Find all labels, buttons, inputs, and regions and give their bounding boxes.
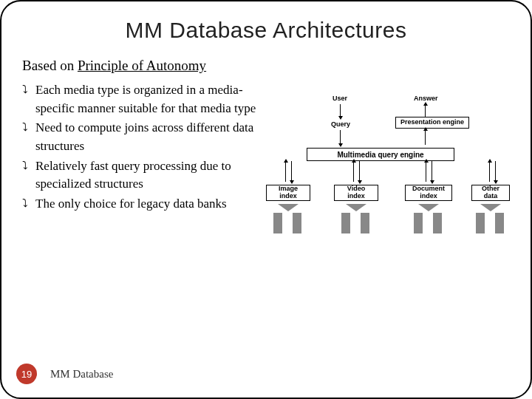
arrow-line (425, 104, 426, 117)
arrow-line (426, 161, 426, 182)
db-rect-icon (361, 213, 369, 233)
bullet-text: Need to compute joins across different d… (35, 119, 262, 155)
diagram-presentation-box: Presentation engine (395, 117, 469, 129)
arrow-head-up-icon (352, 159, 356, 163)
db-triangle-icon (278, 204, 299, 211)
subtitle-underlined: Principle of Autonomy (78, 58, 206, 73)
db-triangle-icon (346, 204, 366, 211)
arrow-line (340, 130, 341, 145)
slide-title: MM Database Architectures (22, 18, 510, 43)
arrow-head-up-icon (423, 102, 428, 106)
slide-subtitle: Based on Principle of Autonomy (22, 58, 510, 74)
slide: MM Database Architectures Based on Princ… (0, 0, 532, 399)
arrow-line (359, 161, 360, 182)
footer-label: MM Database (50, 368, 113, 381)
diagram-mm-engine-box: Multimedia query engine (307, 148, 454, 161)
arrow-line (495, 161, 496, 182)
arrow-head-down-icon (358, 180, 362, 184)
bullet-glyph-icon: ⤵ (22, 119, 35, 136)
db-triangle-icon (480, 204, 501, 211)
diagram-index-box: Other data (471, 185, 510, 201)
bullet-glyph-icon: ⤵ (22, 195, 35, 212)
arrow-line (425, 129, 426, 145)
arrow-line (489, 161, 490, 182)
arrow-head-up-icon (488, 159, 492, 163)
bullet-item: ⤵ Each media type is organized in a medi… (22, 81, 262, 117)
diagram-index-box: Video index (334, 185, 378, 201)
bullet-text: Relatively fast query processing due to … (35, 157, 262, 194)
bullet-glyph-icon: ⤵ (22, 81, 35, 98)
db-rect-icon (414, 213, 423, 233)
bullet-item: ⤵ Relatively fast query processing due t… (22, 157, 262, 194)
diagram-index-box: Document index (405, 185, 452, 201)
arrow-head-up-icon (423, 127, 428, 131)
arrow-line (285, 161, 286, 182)
arrow-head-down-icon (338, 116, 343, 120)
diagram-answer-label: Answer (414, 95, 438, 102)
arrow-head-down-icon (494, 180, 498, 184)
diagram-index-box: Image index (266, 185, 310, 201)
arrow-head-down-icon (290, 180, 294, 184)
page-number-badge: 19 (16, 364, 37, 384)
arrow-head-down-icon (430, 180, 434, 184)
slide-footer: 19 MM Database (16, 364, 113, 384)
architecture-diagram: User Answer Query Presentation engine Mu… (266, 95, 510, 253)
db-rect-icon (476, 213, 485, 233)
bullet-list: ⤵ Each media type is organized in a medi… (22, 81, 266, 214)
diagram-user-label: User (332, 95, 347, 102)
db-rect-icon (433, 213, 442, 233)
db-rect-icon (341, 213, 350, 233)
bullet-text: Each media type is organized in a media-… (35, 81, 262, 117)
diagram-query-label: Query (331, 120, 350, 128)
db-triangle-icon (418, 204, 439, 211)
db-rect-icon (495, 213, 504, 233)
subtitle-prefix: Based on (22, 58, 78, 73)
bullet-text: The only choice for legacy data banks (35, 195, 262, 214)
bullet-item: ⤵ Need to compute joins across different… (22, 119, 262, 155)
db-rect-icon (293, 213, 301, 233)
bullet-item: ⤵ The only choice for legacy data banks (22, 195, 262, 214)
arrow-line (291, 161, 292, 182)
db-rect-icon (273, 213, 282, 233)
bullet-glyph-icon: ⤵ (22, 157, 35, 174)
arrow-head-up-icon (424, 159, 429, 163)
content-row: ⤵ Each media type is organized in a medi… (22, 81, 510, 253)
arrow-line (432, 161, 432, 182)
arrow-head-down-icon (338, 143, 343, 147)
arrow-line (353, 161, 354, 182)
arrow-head-up-icon (284, 159, 288, 163)
